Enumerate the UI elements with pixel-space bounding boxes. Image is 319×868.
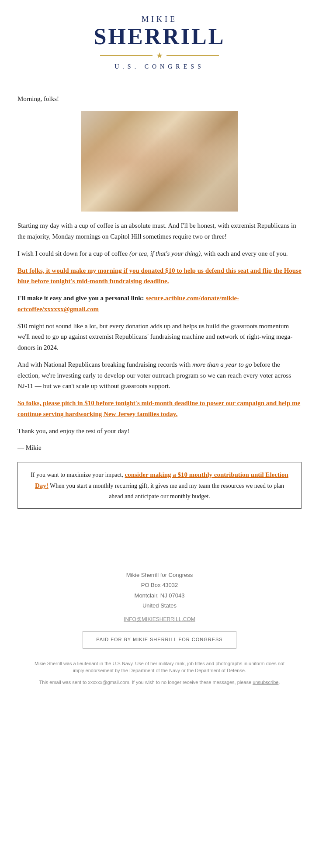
paragraph-5-start: And with National Republicans breaking f…	[17, 361, 192, 368]
footer-email-link[interactable]: INFO@MIKIESHERRILL.COM	[124, 616, 195, 622]
logo-sherrill: SHERRILL	[9, 24, 310, 49]
footer-spacer	[0, 526, 319, 561]
logo-congress: U.S. CONGRESS	[9, 62, 310, 72]
callout-prefix: If you want to maximize your impact,	[31, 472, 125, 478]
footer-org-name: Mikie Sherrill for Congress	[9, 570, 310, 580]
paragraph-1: Starting my day with a cup of coffee is …	[17, 220, 302, 242]
signature: — Mikie	[17, 442, 302, 453]
paragraph-6: Thank you, and enjoy the rest of your da…	[17, 426, 302, 437]
email-footer: Mikie Sherrill for Congress PO Box 43032…	[0, 561, 319, 691]
paragraph-2: I wish I could sit down for a cup of cof…	[17, 248, 302, 259]
greeting-text: Morning, folks!	[17, 94, 302, 104]
orange-link-2[interactable]: So folks, please pitch in $10 before ton…	[17, 399, 300, 417]
footer-disclaimer: Mikie Sherrill was a lieutenant in the U…	[28, 660, 291, 674]
footer-address: Mikie Sherrill for Congress PO Box 43032…	[9, 570, 310, 611]
footer-unsubscribe: This email was sent to xxxxxx@gmail.com.…	[9, 679, 310, 687]
email-wrapper: MIKIE SHERRILL ★ U.S. CONGRESS Morning, …	[0, 0, 319, 691]
unsubscribe-suffix: .	[278, 680, 280, 685]
email-content: Morning, folks! Starting my day with a c…	[0, 80, 319, 526]
footer-po-box: PO Box 43032	[9, 580, 310, 590]
hero-image	[81, 111, 238, 212]
orange-link-1[interactable]: But folks, it would make my morning if y…	[17, 267, 302, 285]
footer-city-state: Montclair, NJ 07043	[9, 590, 310, 601]
paragraph-4: $10 might not sound like a lot, but ever…	[17, 321, 302, 353]
paragraph-5: And with National Republicans breaking f…	[17, 359, 302, 392]
logo-divider: ★	[9, 52, 310, 59]
logo-star-icon: ★	[156, 52, 163, 59]
footer-email[interactable]: INFO@MIKIESHERRILL.COM	[9, 615, 310, 624]
paragraph-2-start: I wish I could sit down for a cup of cof…	[17, 250, 129, 257]
email-header: MIKIE SHERRILL ★ U.S. CONGRESS	[0, 0, 319, 80]
orange-link-1-block: But folks, it would make my morning if y…	[17, 265, 302, 287]
paragraph-bold-link: I'll make it easy and give you a persona…	[17, 293, 302, 315]
unsubscribe-link[interactable]: unsubscribe	[253, 680, 278, 685]
paragraph-5-italic: more than a year to go	[192, 361, 252, 368]
callout-suffix: When you start a monthly recurring gift,…	[49, 483, 284, 500]
footer-country: United States	[9, 601, 310, 611]
logo-line-left	[100, 55, 153, 56]
orange-link-2-block: So folks, please pitch in $10 before ton…	[17, 398, 302, 420]
unsubscribe-prefix: This email was sent to xxxxxx@gmail.com.…	[39, 680, 253, 685]
paragraph-2-italic: (or tea, if that's your thing)	[129, 250, 201, 257]
footer-paid-text: PAID FOR BY MIKIE SHERRILL FOR CONGRESS	[96, 637, 222, 642]
bold-link-prefix: I'll make it easy and give you a persona…	[17, 295, 146, 302]
hero-image-inner	[81, 111, 238, 212]
paragraph-2-end: , with each and every one of you.	[201, 250, 288, 257]
logo-line-right	[166, 55, 219, 56]
footer-paid-box: PAID FOR BY MIKIE SHERRILL FOR CONGRESS	[83, 631, 236, 649]
callout-box: If you want to maximize your impact, con…	[17, 462, 302, 509]
